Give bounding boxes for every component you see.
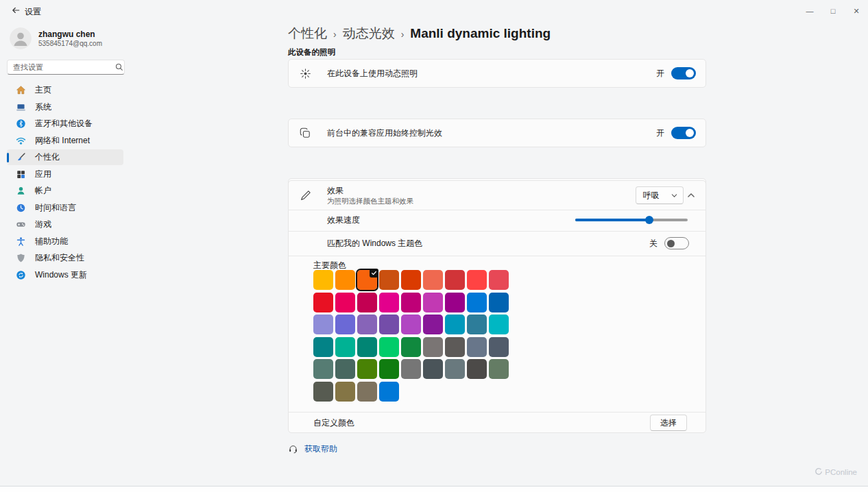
user-profile[interactable]: zhangwu chen 535845174@qq.com	[10, 27, 102, 49]
get-help-link[interactable]: 获取帮助	[304, 443, 337, 455]
back-button[interactable]	[7, 4, 25, 19]
sidebar-item-label: 系统	[35, 101, 51, 113]
accounts-icon	[16, 186, 26, 196]
color-swatch-8764b8[interactable]	[357, 315, 377, 334]
color-swatch-847545[interactable]	[335, 382, 355, 402]
color-swatch-e81123[interactable]	[313, 293, 333, 312]
match-theme-row: 匹配我的 Windows 主题色 关	[289, 231, 706, 256]
color-swatch-68768a[interactable]	[467, 337, 487, 357]
color-swatch-00b7c3[interactable]	[489, 315, 509, 334]
color-swatch-ffb900[interactable]	[313, 270, 333, 290]
sidebar-item-label: 应用	[35, 169, 51, 180]
headset-icon	[288, 444, 298, 454]
color-swatch-018574[interactable]	[357, 337, 377, 357]
sidebar-item-1[interactable]: 系统	[7, 99, 123, 115]
color-swatch-498205[interactable]	[357, 359, 377, 379]
section-heading: 此设备的照明	[288, 47, 335, 58]
color-swatch-4a5459[interactable]	[423, 359, 443, 379]
custom-color-label: 自定义颜色	[313, 417, 354, 429]
sidebar-item-7[interactable]: 时间和语言	[7, 200, 123, 216]
color-swatch-ca5010[interactable]	[379, 270, 399, 290]
color-swatch-69797e[interactable]	[445, 359, 465, 379]
color-swatch-e74856[interactable]	[489, 270, 509, 290]
sidebar: zhangwu chen 535845174@qq.com 主页系统蓝牙和其他设…	[0, 22, 130, 486]
color-swatch-107c10[interactable]	[379, 359, 399, 379]
sidebar-item-label: 辅助功能	[35, 236, 68, 247]
sidebar-item-2[interactable]: 蓝牙和其他设备	[7, 116, 123, 132]
color-swatch-515c6b[interactable]	[489, 337, 509, 357]
effect-dropdown-value: 呼吸	[636, 190, 671, 201]
windows-update-icon	[16, 270, 26, 280]
color-swatch-0078d7[interactable]	[467, 293, 487, 312]
color-swatch-567c73[interactable]	[313, 359, 333, 379]
color-swatch-0063b1[interactable]	[489, 293, 509, 312]
color-swatch-f7630c[interactable]	[357, 270, 377, 290]
color-swatch-bf0077[interactable]	[401, 293, 421, 312]
color-swatch-8e8cd8[interactable]	[313, 315, 333, 334]
color-swatch-767676[interactable]	[401, 359, 421, 379]
color-swatch-6b69d6[interactable]	[335, 315, 355, 334]
color-swatch-c239b3[interactable]	[423, 293, 443, 312]
maximize-button[interactable]: □	[821, 0, 845, 22]
color-swatch-7e735f[interactable]	[357, 382, 377, 402]
choose-color-button[interactable]: 选择	[650, 415, 687, 431]
dynamic-lighting-state: 开	[656, 68, 664, 79]
foreground-apps-toggle[interactable]	[671, 127, 696, 139]
effect-speed-slider[interactable]	[575, 215, 688, 225]
dynamic-lighting-toggle[interactable]	[671, 67, 696, 79]
breadcrumb-personalization[interactable]: 个性化	[288, 25, 327, 42]
avatar-icon	[10, 27, 32, 49]
sidebar-item-4[interactable]: 个性化	[7, 149, 123, 165]
search-input[interactable]	[8, 63, 114, 71]
color-swatch-486860[interactable]	[335, 359, 355, 379]
color-swatch-7a7574[interactable]	[423, 337, 443, 357]
color-swatch-ff8c00[interactable]	[335, 270, 355, 290]
foreground-apps-state: 开	[656, 127, 664, 139]
sidebar-item-9[interactable]: 辅助功能	[7, 234, 123, 249]
color-swatch-2d7d9a[interactable]	[467, 315, 487, 334]
match-theme-toggle[interactable]	[664, 237, 689, 249]
effects-header-row[interactable]: 效果 为照明选择颜色主题和效果 呼吸	[289, 181, 706, 210]
color-swatch-c30052[interactable]	[357, 293, 377, 312]
color-swatch-ea005e[interactable]	[335, 293, 355, 312]
sidebar-item-3[interactable]: 网络和 Internet	[7, 133, 123, 149]
pconline-logo-icon	[814, 467, 823, 477]
chevron-up-icon[interactable]	[686, 190, 696, 200]
apps-icon	[16, 169, 26, 180]
color-swatch-0099bc[interactable]	[445, 315, 465, 334]
sidebar-item-label: 游戏	[35, 219, 51, 230]
match-theme-state: 关	[649, 238, 658, 249]
search-icon	[114, 62, 124, 72]
color-swatch-e3008c[interactable]	[379, 293, 399, 312]
color-swatch-9a0089[interactable]	[445, 293, 465, 312]
color-swatch-10893e[interactable]	[401, 337, 421, 357]
color-swatch-ff4343[interactable]	[467, 270, 487, 290]
search-box[interactable]	[7, 60, 125, 75]
sidebar-item-6[interactable]: 帐户	[7, 183, 123, 199]
color-swatch-ef6950[interactable]	[423, 270, 443, 290]
privacy-icon	[16, 253, 26, 263]
color-swatch-00cc6a[interactable]	[379, 337, 399, 357]
sidebar-item-10[interactable]: 隐私和安全性	[7, 250, 123, 266]
color-swatch-744da9[interactable]	[379, 315, 399, 334]
color-swatch-da3b01[interactable]	[401, 270, 421, 290]
sidebar-item-0[interactable]: 主页	[7, 82, 123, 98]
color-swatch-00b294[interactable]	[335, 337, 355, 357]
minimize-button[interactable]: —	[798, 0, 821, 22]
color-swatch-647c64[interactable]	[489, 359, 509, 379]
color-swatch-038387[interactable]	[313, 337, 333, 357]
sidebar-item-11[interactable]: Windows 更新	[7, 267, 123, 283]
color-swatch-5d5a58[interactable]	[445, 337, 465, 357]
sidebar-item-5[interactable]: 应用	[7, 167, 123, 182]
sidebar-item-8[interactable]: 游戏	[7, 217, 123, 232]
color-swatch-575b51[interactable]	[313, 382, 333, 402]
titlebar: 设置 — □ ✕	[0, 0, 868, 22]
color-swatch-0078d7[interactable]	[379, 382, 399, 402]
color-swatch-b146c2[interactable]	[401, 315, 421, 334]
color-swatch-4c4a48[interactable]	[467, 359, 487, 379]
color-swatch-881798[interactable]	[423, 315, 443, 334]
breadcrumb-dynamic-lighting[interactable]: 动态光效	[343, 25, 395, 42]
effect-dropdown[interactable]: 呼吸	[636, 186, 684, 204]
close-button[interactable]: ✕	[845, 0, 868, 22]
color-swatch-d13438[interactable]	[445, 270, 465, 290]
